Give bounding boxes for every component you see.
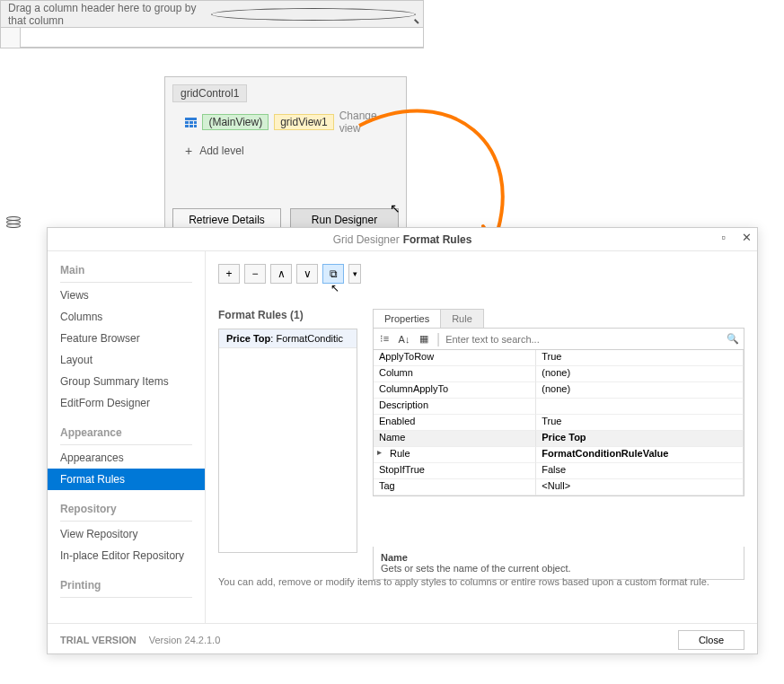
- property-row[interactable]: EnabledTrue: [374, 415, 744, 431]
- cat-appearance: Appearance: [48, 423, 205, 443]
- alphabetical-icon[interactable]: A↓: [397, 332, 411, 346]
- format-rules-title: Format Rules (1): [218, 309, 357, 321]
- format-rule-item[interactable]: Price Top: FormatConditic: [219, 329, 357, 348]
- copy-rule-button[interactable]: ⧉: [322, 264, 344, 284]
- property-row[interactable]: ApplyToRowTrue: [374, 350, 744, 366]
- property-grid: Properties Rule ⁝≡ A↓ ▦ | 🔍 ApplyToRowTr…: [373, 309, 744, 580]
- datasource-icon: [6, 216, 21, 229]
- add-level-link[interactable]: Add level: [199, 145, 243, 157]
- property-row[interactable]: StopIfTrueFalse: [374, 463, 744, 479]
- property-table[interactable]: ApplyToRowTrueColumn(none)ColumnApplyTo(…: [373, 350, 744, 496]
- sidebar-item-layout[interactable]: Layout: [48, 349, 205, 371]
- close-button[interactable]: Close: [678, 630, 744, 650]
- cursor-icon: ↖: [330, 282, 339, 294]
- mainview-icon: [185, 118, 197, 127]
- move-down-button[interactable]: ∨: [296, 264, 318, 284]
- title-prefix: Grid Designer: [333, 233, 400, 246]
- grid-designer-window: Grid Designer Format Rules ▫ ✕ Main View…: [47, 227, 758, 654]
- hint-text: You can add, remove or modify items to a…: [218, 576, 709, 587]
- property-row[interactable]: ColumnApplyTo(none): [374, 382, 744, 399]
- mainview-badge[interactable]: (MainView): [202, 114, 269, 130]
- row-indicator-header: [1, 28, 21, 48]
- sidebar-item-format-rules[interactable]: Format Rules: [48, 469, 205, 490]
- property-search-input[interactable]: [445, 334, 720, 345]
- gridcontrol-label: gridControl1: [172, 84, 247, 102]
- sidebar-item-view-repo[interactable]: View Repository: [48, 523, 205, 545]
- sidebar-item-feature-browser[interactable]: Feature Browser: [48, 328, 205, 349]
- property-row[interactable]: Column(none): [374, 366, 744, 382]
- group-panel[interactable]: Drag a column header here to group by th…: [1, 1, 423, 28]
- group-hint: Drag a column header here to group by th…: [8, 2, 211, 27]
- format-rules-list[interactable]: Price Top: FormatConditic: [218, 329, 357, 553]
- plus-icon: +: [185, 144, 192, 158]
- grid-control[interactable]: Drag a column header here to group by th…: [0, 0, 424, 48]
- tab-properties[interactable]: Properties: [373, 309, 441, 328]
- property-row[interactable]: Tag<Null>: [374, 479, 744, 495]
- sidebar-item-editform[interactable]: EditForm Designer: [48, 392, 205, 414]
- sidebar-item-inplace-repo[interactable]: In-place Editor Repository: [48, 545, 205, 566]
- move-up-button[interactable]: ∧: [270, 264, 292, 284]
- property-description: Name Gets or sets the name of the curren…: [373, 547, 744, 580]
- search-icon[interactable]: 🔍: [726, 332, 740, 346]
- version-label: Version 24.2.1.0: [149, 635, 221, 645]
- rules-toolbar: + − ∧ ∨ ⧉ ▾: [218, 264, 744, 284]
- cat-main: Main: [48, 260, 205, 280]
- restore-icon[interactable]: ▫: [721, 231, 726, 244]
- designer-content: + − ∧ ∨ ⧉ ▾ ↖ Format Rules (1) Price Top…: [206, 251, 757, 623]
- add-rule-button[interactable]: +: [218, 264, 240, 284]
- smart-tag-panel: gridControl1 (MainView) gridView1 Change…: [164, 76, 407, 241]
- property-row[interactable]: Description: [374, 399, 744, 415]
- change-view-link[interactable]: Change view: [339, 110, 399, 135]
- cat-printing: Printing: [48, 575, 205, 595]
- sidebar-item-group-summary[interactable]: Group Summary Items: [48, 371, 205, 392]
- cat-repository: Repository: [48, 499, 205, 519]
- tab-rule[interactable]: Rule: [440, 309, 484, 328]
- designer-sidebar: Main Views Columns Feature Browser Layou…: [48, 251, 206, 623]
- view-instance-badge[interactable]: gridView1: [274, 114, 333, 130]
- sidebar-item-appearances[interactable]: Appearances: [48, 447, 205, 469]
- property-row[interactable]: ▸RuleFormatConditionRuleValue: [374, 447, 744, 463]
- close-icon[interactable]: ✕: [742, 231, 752, 244]
- sidebar-item-views[interactable]: Views: [48, 285, 205, 306]
- title-section: Format Rules: [403, 233, 472, 246]
- property-row[interactable]: NamePrice Top: [374, 431, 744, 447]
- remove-rule-button[interactable]: −: [244, 264, 266, 284]
- search-icon[interactable]: [211, 8, 416, 21]
- designer-footer: TRIAL VERSION Version 24.2.1.0 Close: [48, 623, 757, 655]
- copy-dropdown-button[interactable]: ▾: [348, 264, 361, 284]
- trial-label: TRIAL VERSION: [60, 635, 137, 645]
- sidebar-item-columns[interactable]: Columns: [48, 306, 205, 328]
- title-bar: Grid Designer Format Rules ▫ ✕: [48, 228, 757, 251]
- categorized-icon[interactable]: ⁝≡: [377, 332, 392, 346]
- propertypages-icon[interactable]: ▦: [417, 332, 431, 346]
